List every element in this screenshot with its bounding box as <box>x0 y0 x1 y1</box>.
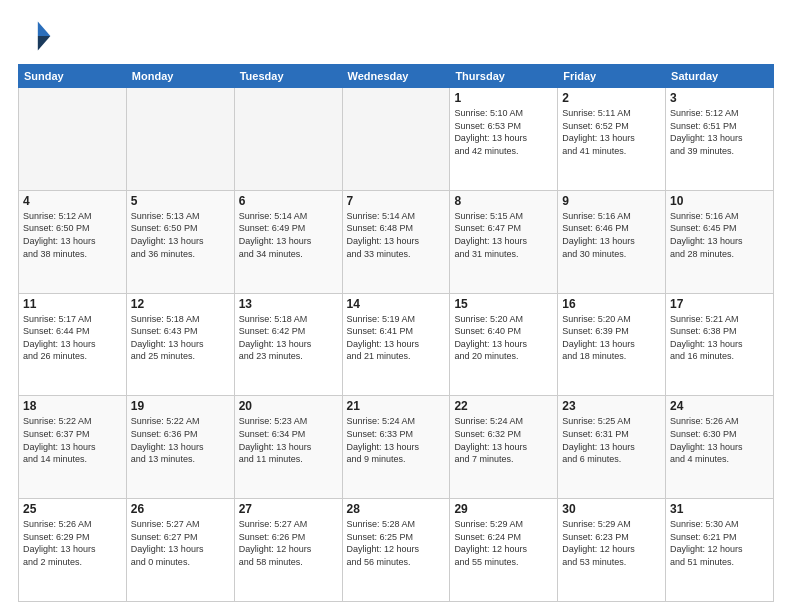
table-row: 22Sunrise: 5:24 AMSunset: 6:32 PMDayligh… <box>450 396 558 499</box>
table-row: 3Sunrise: 5:12 AMSunset: 6:51 PMDaylight… <box>666 88 774 191</box>
day-number: 13 <box>239 297 338 311</box>
table-row <box>342 88 450 191</box>
table-row: 4Sunrise: 5:12 AMSunset: 6:50 PMDaylight… <box>19 190 127 293</box>
calendar-header-tuesday: Tuesday <box>234 65 342 88</box>
day-number: 31 <box>670 502 769 516</box>
table-row: 14Sunrise: 5:19 AMSunset: 6:41 PMDayligh… <box>342 293 450 396</box>
day-number: 19 <box>131 399 230 413</box>
calendar-table: SundayMondayTuesdayWednesdayThursdayFrid… <box>18 64 774 602</box>
day-number: 24 <box>670 399 769 413</box>
calendar-week-1: 1Sunrise: 5:10 AMSunset: 6:53 PMDaylight… <box>19 88 774 191</box>
table-row <box>19 88 127 191</box>
day-number: 6 <box>239 194 338 208</box>
day-info: Sunrise: 5:15 AMSunset: 6:47 PMDaylight:… <box>454 210 553 260</box>
day-number: 1 <box>454 91 553 105</box>
day-info: Sunrise: 5:14 AMSunset: 6:49 PMDaylight:… <box>239 210 338 260</box>
day-info: Sunrise: 5:26 AMSunset: 6:30 PMDaylight:… <box>670 415 769 465</box>
day-info: Sunrise: 5:12 AMSunset: 6:51 PMDaylight:… <box>670 107 769 157</box>
table-row: 5Sunrise: 5:13 AMSunset: 6:50 PMDaylight… <box>126 190 234 293</box>
day-number: 20 <box>239 399 338 413</box>
calendar-header-friday: Friday <box>558 65 666 88</box>
day-info: Sunrise: 5:14 AMSunset: 6:48 PMDaylight:… <box>347 210 446 260</box>
table-row: 24Sunrise: 5:26 AMSunset: 6:30 PMDayligh… <box>666 396 774 499</box>
day-number: 18 <box>23 399 122 413</box>
day-info: Sunrise: 5:11 AMSunset: 6:52 PMDaylight:… <box>562 107 661 157</box>
day-info: Sunrise: 5:24 AMSunset: 6:33 PMDaylight:… <box>347 415 446 465</box>
day-info: Sunrise: 5:30 AMSunset: 6:21 PMDaylight:… <box>670 518 769 568</box>
day-number: 29 <box>454 502 553 516</box>
day-info: Sunrise: 5:16 AMSunset: 6:45 PMDaylight:… <box>670 210 769 260</box>
day-info: Sunrise: 5:18 AMSunset: 6:42 PMDaylight:… <box>239 313 338 363</box>
day-info: Sunrise: 5:18 AMSunset: 6:43 PMDaylight:… <box>131 313 230 363</box>
table-row: 9Sunrise: 5:16 AMSunset: 6:46 PMDaylight… <box>558 190 666 293</box>
day-number: 15 <box>454 297 553 311</box>
table-row <box>234 88 342 191</box>
table-row: 2Sunrise: 5:11 AMSunset: 6:52 PMDaylight… <box>558 88 666 191</box>
table-row: 23Sunrise: 5:25 AMSunset: 6:31 PMDayligh… <box>558 396 666 499</box>
day-number: 8 <box>454 194 553 208</box>
table-row: 19Sunrise: 5:22 AMSunset: 6:36 PMDayligh… <box>126 396 234 499</box>
svg-marker-1 <box>38 36 51 50</box>
day-info: Sunrise: 5:23 AMSunset: 6:34 PMDaylight:… <box>239 415 338 465</box>
calendar-header-monday: Monday <box>126 65 234 88</box>
day-info: Sunrise: 5:22 AMSunset: 6:36 PMDaylight:… <box>131 415 230 465</box>
day-info: Sunrise: 5:26 AMSunset: 6:29 PMDaylight:… <box>23 518 122 568</box>
day-number: 3 <box>670 91 769 105</box>
calendar-header-row: SundayMondayTuesdayWednesdayThursdayFrid… <box>19 65 774 88</box>
day-number: 12 <box>131 297 230 311</box>
day-info: Sunrise: 5:19 AMSunset: 6:41 PMDaylight:… <box>347 313 446 363</box>
table-row: 25Sunrise: 5:26 AMSunset: 6:29 PMDayligh… <box>19 499 127 602</box>
day-info: Sunrise: 5:12 AMSunset: 6:50 PMDaylight:… <box>23 210 122 260</box>
day-info: Sunrise: 5:27 AMSunset: 6:27 PMDaylight:… <box>131 518 230 568</box>
page: SundayMondayTuesdayWednesdayThursdayFrid… <box>0 0 792 612</box>
table-row: 12Sunrise: 5:18 AMSunset: 6:43 PMDayligh… <box>126 293 234 396</box>
day-number: 7 <box>347 194 446 208</box>
day-info: Sunrise: 5:25 AMSunset: 6:31 PMDaylight:… <box>562 415 661 465</box>
day-info: Sunrise: 5:22 AMSunset: 6:37 PMDaylight:… <box>23 415 122 465</box>
day-info: Sunrise: 5:29 AMSunset: 6:23 PMDaylight:… <box>562 518 661 568</box>
calendar-week-4: 18Sunrise: 5:22 AMSunset: 6:37 PMDayligh… <box>19 396 774 499</box>
table-row: 7Sunrise: 5:14 AMSunset: 6:48 PMDaylight… <box>342 190 450 293</box>
logo <box>18 18 58 54</box>
table-row: 17Sunrise: 5:21 AMSunset: 6:38 PMDayligh… <box>666 293 774 396</box>
day-info: Sunrise: 5:21 AMSunset: 6:38 PMDaylight:… <box>670 313 769 363</box>
day-number: 23 <box>562 399 661 413</box>
table-row: 30Sunrise: 5:29 AMSunset: 6:23 PMDayligh… <box>558 499 666 602</box>
table-row: 29Sunrise: 5:29 AMSunset: 6:24 PMDayligh… <box>450 499 558 602</box>
day-number: 16 <box>562 297 661 311</box>
day-number: 17 <box>670 297 769 311</box>
logo-icon <box>18 18 54 54</box>
day-number: 10 <box>670 194 769 208</box>
day-info: Sunrise: 5:27 AMSunset: 6:26 PMDaylight:… <box>239 518 338 568</box>
table-row: 11Sunrise: 5:17 AMSunset: 6:44 PMDayligh… <box>19 293 127 396</box>
day-number: 30 <box>562 502 661 516</box>
header <box>18 18 774 54</box>
table-row: 10Sunrise: 5:16 AMSunset: 6:45 PMDayligh… <box>666 190 774 293</box>
day-number: 28 <box>347 502 446 516</box>
day-number: 4 <box>23 194 122 208</box>
day-info: Sunrise: 5:29 AMSunset: 6:24 PMDaylight:… <box>454 518 553 568</box>
day-info: Sunrise: 5:20 AMSunset: 6:40 PMDaylight:… <box>454 313 553 363</box>
day-number: 26 <box>131 502 230 516</box>
day-number: 11 <box>23 297 122 311</box>
day-info: Sunrise: 5:16 AMSunset: 6:46 PMDaylight:… <box>562 210 661 260</box>
calendar-week-3: 11Sunrise: 5:17 AMSunset: 6:44 PMDayligh… <box>19 293 774 396</box>
day-info: Sunrise: 5:10 AMSunset: 6:53 PMDaylight:… <box>454 107 553 157</box>
table-row: 28Sunrise: 5:28 AMSunset: 6:25 PMDayligh… <box>342 499 450 602</box>
calendar-header-thursday: Thursday <box>450 65 558 88</box>
day-number: 25 <box>23 502 122 516</box>
table-row: 8Sunrise: 5:15 AMSunset: 6:47 PMDaylight… <box>450 190 558 293</box>
day-number: 27 <box>239 502 338 516</box>
day-number: 5 <box>131 194 230 208</box>
calendar-week-2: 4Sunrise: 5:12 AMSunset: 6:50 PMDaylight… <box>19 190 774 293</box>
table-row <box>126 88 234 191</box>
day-info: Sunrise: 5:17 AMSunset: 6:44 PMDaylight:… <box>23 313 122 363</box>
calendar-header-wednesday: Wednesday <box>342 65 450 88</box>
calendar-header-saturday: Saturday <box>666 65 774 88</box>
svg-marker-0 <box>38 22 51 36</box>
day-number: 21 <box>347 399 446 413</box>
table-row: 20Sunrise: 5:23 AMSunset: 6:34 PMDayligh… <box>234 396 342 499</box>
table-row: 18Sunrise: 5:22 AMSunset: 6:37 PMDayligh… <box>19 396 127 499</box>
table-row: 21Sunrise: 5:24 AMSunset: 6:33 PMDayligh… <box>342 396 450 499</box>
day-info: Sunrise: 5:24 AMSunset: 6:32 PMDaylight:… <box>454 415 553 465</box>
